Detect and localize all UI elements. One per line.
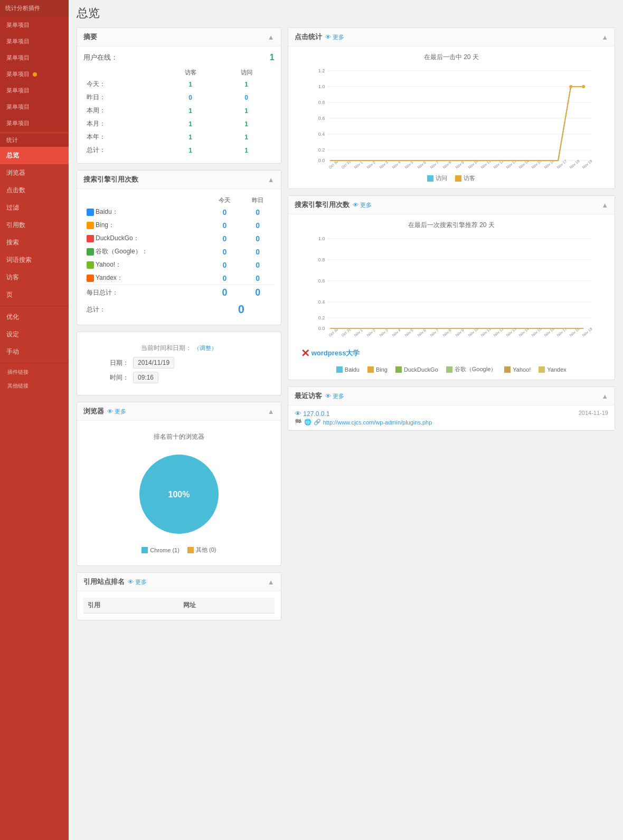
clicks-title: 点击统计	[295, 32, 322, 42]
svg-text:Nov 2: Nov 2	[366, 161, 376, 169]
main-content: 总览 摘要 ▲ 用户在线： 1	[69, 0, 623, 840]
clicks-more-link[interactable]: 👁 更多	[325, 33, 344, 41]
svg-text:0.0: 0.0	[318, 158, 325, 163]
pie-title: 排名前十的浏览器	[89, 432, 269, 441]
sidebar-item-4[interactable]: 菜单项目	[0, 66, 69, 82]
svg-text:Nov 1: Nov 1	[353, 328, 363, 337]
online-label: 用户在线：	[83, 53, 118, 62]
search-ref-more-link[interactable]: 👁 更多	[353, 201, 372, 209]
sidebar-item-referrals[interactable]: 引用数	[0, 216, 69, 234]
svg-text:0.8: 0.8	[318, 100, 325, 105]
sidebar-sub-2[interactable]: 其他链接	[0, 379, 69, 393]
sidebar-item-filter[interactable]: 过滤	[0, 199, 69, 216]
sidebar-item-visitors[interactable]: 访客	[0, 269, 69, 286]
legend-yahoo: Yahoo!	[504, 365, 531, 373]
sidebar-item-label: 菜单项目	[6, 119, 30, 127]
recent-visitors-more-link[interactable]: 👁 更多	[325, 392, 344, 400]
svg-text:Nov 6: Nov 6	[417, 161, 427, 169]
baidu-yesterday: 0	[241, 205, 275, 219]
legend-chrome: Chrome (1)	[141, 546, 180, 554]
sidebar-item-search[interactable]: 搜索	[0, 234, 69, 251]
sidebar-item-6[interactable]: 菜单项目	[0, 99, 69, 115]
summary-body: 用户在线： 1 访客 访问 今天：	[77, 46, 281, 163]
duckduckgo-icon	[87, 235, 94, 242]
sidebar-item-5[interactable]: 菜单项目	[0, 82, 69, 99]
row-label: 本周：	[83, 104, 163, 117]
visitor-row: 👁 127.0.0.1 🏁 🌐 🔗 http://www.cjcs.com/wp…	[288, 405, 615, 430]
sidebar-item-optimize[interactable]: 优化	[0, 308, 69, 326]
svg-text:100%: 100%	[168, 490, 190, 499]
sidebar-item-clicks[interactable]: 点击数	[0, 182, 69, 199]
sidebar-item-2[interactable]: 菜单项目	[0, 33, 69, 50]
col-visitors: 访客	[163, 68, 219, 78]
eye-icon6: 👁	[295, 410, 301, 418]
year-visits: 1	[219, 130, 275, 144]
adjust-link[interactable]: （调整）	[194, 345, 217, 351]
ref-col-url: 网址	[179, 598, 275, 614]
sidebar-item-settings[interactable]: 设定	[0, 326, 69, 343]
svg-text:0.4: 0.4	[318, 299, 325, 305]
table-row: Bing： 0 0	[83, 219, 275, 232]
sidebar-item-label: 菜单项目	[6, 21, 30, 29]
sidebar-sub-1[interactable]: 插件链接	[0, 365, 69, 379]
sidebar-item-pages[interactable]: 页	[0, 286, 69, 304]
datetime-label: 当前时间和日期： （调整）	[89, 344, 269, 353]
se-row-label: DuckDuckGo：	[83, 232, 208, 245]
search-ref-chart: 1.0 0.8 0.6 0.4 0.2 0.0 Oct 30 Oct 31	[295, 232, 608, 338]
referral-card: 引用站点排名 👁 更多 ▲ 引用 网址	[77, 572, 281, 620]
search-ref-chart-title: 在最后一次搜索引擎推荐 20 天	[295, 221, 608, 230]
eye-icon: 👁	[107, 408, 113, 414]
recent-visitors-collapse[interactable]: ▲	[601, 392, 608, 400]
visitor-ip: 127.0.0.1	[303, 410, 329, 418]
recent-visitors-body: 👁 127.0.0.1 🏁 🌐 🔗 http://www.cjcs.com/wp…	[288, 405, 615, 430]
referral-body: 引用 网址	[77, 591, 281, 620]
sidebar-item-overview[interactable]: 总览	[0, 147, 69, 164]
se-title: 搜索引擎引用次数	[83, 175, 138, 184]
se-col-today: 今天	[208, 195, 241, 205]
table-row: DuckDuckGo： 0 0	[83, 232, 275, 245]
clicks-collapse[interactable]: ▲	[601, 33, 608, 41]
row-label: 昨日：	[83, 91, 163, 104]
sidebar-item-label: 菜单项目	[6, 37, 30, 45]
legend-bing: Bing	[367, 365, 388, 373]
bing-icon	[87, 222, 94, 229]
se-collapse[interactable]: ▲	[268, 176, 275, 184]
referral-collapse[interactable]: ▲	[268, 578, 275, 586]
visits-dot	[427, 175, 433, 182]
clicks-body: 在最后一击中 20 天 1.2 1.0 0.8 0.6 0.4 0.2 0.0	[288, 46, 615, 188]
yandex-icon	[87, 275, 94, 282]
browser-more-link[interactable]: 👁 更多	[107, 408, 126, 416]
sidebar-item-1[interactable]: 菜单项目	[0, 17, 69, 33]
sidebar-item-manual[interactable]: 手动	[0, 343, 69, 361]
sidebar-item-3[interactable]: 菜单项目	[0, 50, 69, 66]
svg-text:1.0: 1.0	[318, 84, 325, 89]
visits-label: 访问	[436, 174, 447, 182]
visitor-link[interactable]: http://www.cjcs.com/wp-admin/plugins.php	[323, 419, 432, 426]
recent-visitors-title: 最近访客	[295, 391, 322, 401]
pie-chart: 100%	[131, 447, 226, 542]
baidu-today: 0	[208, 205, 241, 219]
page-title: 总览	[77, 5, 615, 21]
pie-container: 排名前十的浏览器 100% Chrome (1)	[83, 427, 275, 559]
legend-visits: 访问	[427, 174, 447, 182]
referral-more-link[interactable]: 👁 更多	[128, 578, 147, 586]
summary-collapse[interactable]: ▲	[268, 33, 275, 41]
search-ref-collapse[interactable]: ▲	[601, 201, 608, 209]
yandex-dot	[539, 366, 545, 373]
summary-card-header: 摘要 ▲	[77, 28, 281, 46]
sidebar-item-7[interactable]: 菜单项目	[0, 115, 69, 131]
yesterday-visits: 0	[219, 91, 275, 104]
browser-collapse[interactable]: ▲	[268, 408, 275, 416]
clicks-chart: 1.2 1.0 0.8 0.6 0.4 0.2 0.0	[295, 64, 608, 170]
google-icon	[87, 248, 94, 256]
sidebar-item-wordsearch[interactable]: 词语搜索	[0, 251, 69, 269]
visitors-dot	[455, 175, 461, 182]
svg-text:Nov 7: Nov 7	[429, 328, 439, 337]
browser-header: 浏览器 👁 更多 ▲	[77, 402, 281, 421]
wp-link[interactable]: ✕ wordpress大学	[295, 344, 608, 363]
visitor-info: 👁 127.0.0.1 🏁 🌐 🔗 http://www.cjcs.com/wp…	[295, 410, 432, 426]
sidebar-item-browser[interactable]: 浏览器	[0, 164, 69, 182]
sidebar: 统计分析插件 菜单项目 菜单项目 菜单项目 菜单项目 菜单项目 菜单项目 菜单项…	[0, 0, 69, 840]
clicks-card: 点击统计 👁 更多 ▲ 在最后一击中 20 天 1.2 1.0 0.8	[288, 27, 615, 189]
svg-text:Oct 31: Oct 31	[341, 327, 351, 337]
